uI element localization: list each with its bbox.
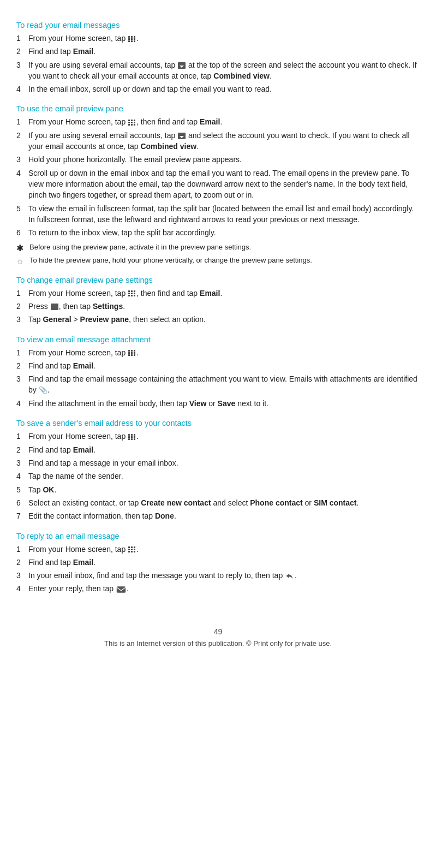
copyright-notice: This is an Internet version of this publ… (16, 639, 420, 647)
step-item: 3 If you are using several email account… (16, 60, 420, 82)
grid-icon (128, 434, 136, 440)
steps-save-contact: 1 From your Home screen, tap . 2 Find an… (16, 431, 420, 521)
step-item: 1 From your Home screen, tap . (16, 33, 420, 44)
grid-icon (128, 36, 136, 42)
step-item: 3 Find and tap the email message contain… (16, 373, 420, 396)
tip-block: ☼ To hide the preview pane, hold your ph… (16, 255, 420, 265)
step-item: 4 Find the attachment in the email body,… (16, 398, 420, 409)
note-block: ✱ Before using the preview pane, activat… (16, 242, 420, 253)
steps-preview-pane: 1 From your Home screen, tap , then find… (16, 116, 420, 238)
tip-icon: ☼ (16, 256, 29, 265)
section-title-change-preview: To change email preview pane settings (16, 276, 420, 284)
section-title-view-attachment: To view an email message attachment (16, 335, 420, 344)
grid-icon (128, 350, 136, 356)
note-text: Before using the preview pane, activate … (29, 242, 251, 252)
step-item: 6 To return to the inbox view, tap the s… (16, 227, 420, 238)
step-item: 3 Find and tap a message in your email i… (16, 457, 420, 468)
step-item: 5 Tap OK. (16, 484, 420, 495)
exclamation-icon: ✱ (16, 243, 29, 253)
step-item: 2 Find and tap Email. (16, 444, 420, 455)
dropdown-icon (178, 133, 186, 139)
steps-view-attachment: 1 From your Home screen, tap . 2 Find an… (16, 347, 420, 409)
step-item: 2 Find and tap Email. (16, 46, 420, 57)
step-item: 1 From your Home screen, tap , then find… (16, 116, 420, 127)
steps-change-preview: 1 From your Home screen, tap , then find… (16, 288, 420, 325)
steps-reply-email: 1 From your Home screen, tap . 2 Find an… (16, 544, 420, 594)
step-item: 5 To view the email in fullscreen format… (16, 203, 420, 225)
menu-icon (51, 304, 58, 310)
step-item: 3 In your email inbox, find and tap the … (16, 570, 420, 581)
section-change-preview: To change email preview pane settings 1 … (16, 276, 420, 325)
tip-text: To hide the preview pane, hold your phon… (29, 255, 312, 265)
step-item: 2 Find and tap Email. (16, 360, 420, 371)
section-preview-pane: To use the email preview pane 1 From you… (16, 104, 420, 265)
step-item: 2 Find and tap Email. (16, 557, 420, 568)
section-view-attachment: To view an email message attachment 1 Fr… (16, 335, 420, 409)
step-item: 1 From your Home screen, tap . (16, 347, 420, 358)
step-item: 4 Scroll up or down in the email inbox a… (16, 168, 420, 201)
paperclip-icon: 📎 (39, 385, 47, 396)
svg-rect-0 (117, 586, 126, 592)
section-title-save-contact: To save a sender's email address to your… (16, 419, 420, 427)
step-item: 2 If you are using several email account… (16, 130, 420, 152)
step-item: 4 In the email inbox, scroll up or down … (16, 84, 420, 94)
dropdown-icon (178, 62, 186, 69)
step-item: 1 From your Home screen, tap . (16, 544, 420, 555)
step-item: 7 Edit the contact information, then tap… (16, 510, 420, 521)
step-item: 3 Hold your phone horizontally. The emai… (16, 154, 420, 165)
steps-read-email: 1 From your Home screen, tap . 2 Find an… (16, 33, 420, 94)
section-read-email: To read your email messages 1 From your … (16, 21, 420, 94)
grid-icon (128, 120, 136, 126)
send-icon (116, 586, 126, 593)
step-item: 2 Press , then tap Settings. (16, 301, 420, 312)
section-save-contact: To save a sender's email address to your… (16, 419, 420, 521)
page-content: To read your email messages 1 From your … (16, 21, 420, 647)
grid-icon (128, 546, 136, 552)
step-item: 1 From your Home screen, tap . (16, 431, 420, 442)
step-item: 6 Select an existing contact, or tap Cre… (16, 497, 420, 508)
page-number: 49 (16, 627, 420, 636)
step-item: 3 Tap General > Preview pane, then selec… (16, 314, 420, 325)
section-title-preview-pane: To use the email preview pane (16, 104, 420, 113)
step-item: 1 From your Home screen, tap , then find… (16, 288, 420, 299)
reply-icon (285, 572, 294, 580)
section-reply-email: To reply to an email message 1 From your… (16, 532, 420, 594)
section-title-read-email: To read your email messages (16, 21, 420, 29)
page-footer: 49 This is an Internet version of this p… (16, 627, 420, 647)
step-item: 4 Tap the name of the sender. (16, 471, 420, 481)
section-title-reply-email: To reply to an email message (16, 532, 420, 540)
grid-icon (128, 290, 136, 296)
step-item: 4 Enter your reply, then tap . (16, 583, 420, 594)
